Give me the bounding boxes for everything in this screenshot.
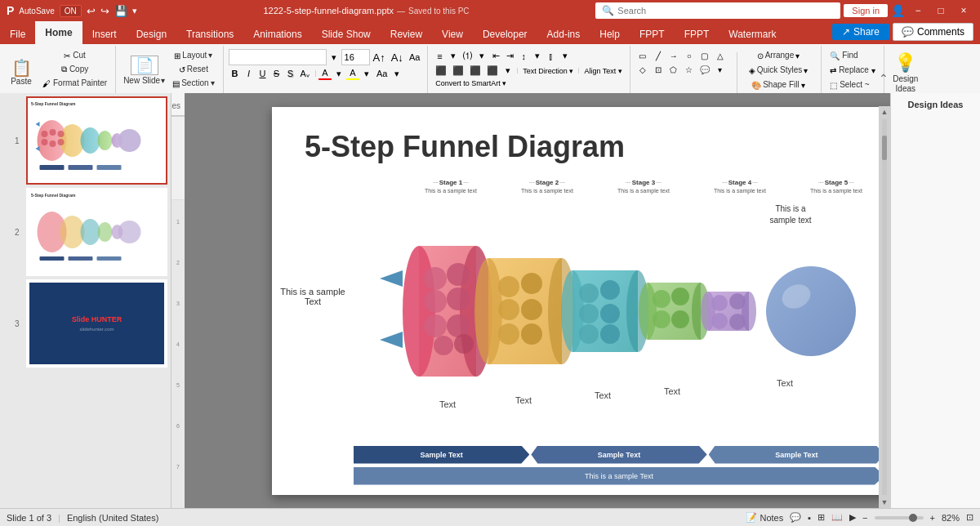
decrease-indent-button[interactable]: ⇤ [489,50,502,62]
replace-dropdown-icon[interactable]: ▾ [871,66,875,75]
search-bar[interactable]: 🔍 [595,2,840,19]
clear-format-icon[interactable]: Aa [407,51,422,63]
notes-button[interactable]: 📝 Notes [746,512,783,523]
scroll-down-button[interactable]: ▼ [880,497,890,508]
convert-smartart-button[interactable]: Convert to SmartArt ▾ [433,78,509,88]
share-button[interactable]: ↗ Share [832,24,889,40]
tab-slideshow[interactable]: Slide Show [312,25,381,44]
diamond-button[interactable]: ◇ [635,63,650,76]
line-spacing-dropdown-icon[interactable]: ▾ [531,50,544,62]
tab-developer[interactable]: Developer [473,25,537,44]
autosave-toggle[interactable]: ON [60,5,82,17]
account-icon[interactable]: 👤 [891,4,905,17]
zoom-level[interactable]: 82% [942,513,960,523]
tab-watermark[interactable]: Watermark [719,25,786,44]
scroll-up-button[interactable]: ▲ [880,106,890,118]
section-dropdown-icon[interactable]: ▾ [211,78,215,88]
font-size-increase-icon[interactable]: A↑ [371,51,388,65]
restore-button[interactable]: □ [931,0,951,21]
slide-thumbnail-1[interactable]: 5-Step Funnel Diagram [26,96,167,185]
bullets-dropdown-icon[interactable]: ▾ [447,50,460,62]
undo-icon[interactable]: ↩ [87,5,96,17]
comments-button[interactable]: 💬 Comments [893,23,973,41]
strikethrough-button[interactable]: S [270,68,283,79]
font-size-input[interactable]: 16 [341,49,370,65]
new-slide-dropdown-icon[interactable]: ▾ [161,76,165,86]
numbered-button[interactable]: ⑴ [461,49,474,63]
line-spacing-button[interactable]: ↕ [517,51,530,62]
close-button[interactable]: × [954,0,973,21]
select-button[interactable]: ⬚ Select ~ [826,78,872,91]
align-right-button[interactable]: ⬛ [467,65,483,77]
arrange-dropdown-icon[interactable]: ▾ [795,51,800,60]
zoom-slider[interactable] [875,516,924,519]
customize-icon[interactable]: ▾ [132,6,137,16]
underline-button[interactable]: U [256,68,270,79]
normal-view-button[interactable]: ▪ [808,513,811,523]
tab-addins[interactable]: Add-ins [537,25,590,44]
star-button[interactable]: ☆ [682,63,697,76]
layout-dropdown-icon[interactable]: ▾ [208,51,212,60]
scroll-thumb[interactable] [882,136,887,160]
tab-view[interactable]: View [432,25,473,44]
line-shape-button[interactable]: ╱ [651,49,666,62]
quick-styles-button[interactable]: ◈ Quick Styles ▾ [741,64,816,77]
font-color-dropdown-icon[interactable]: ▾ [332,68,345,80]
tab-help[interactable]: Help [590,25,630,44]
font-expand-icon[interactable]: ▾ [327,51,341,64]
text-highlight-button[interactable]: A [346,67,359,80]
arrange-button[interactable]: ⊙ Arrange ▾ [741,49,816,62]
font-color-button[interactable]: A [318,67,332,80]
save-icon[interactable]: 💾 [114,5,127,17]
shadow-button[interactable]: S [284,68,297,79]
arrow-shape-button[interactable]: → [666,49,681,62]
align-text-button[interactable]: Align Text ▾ [581,66,624,76]
tab-transitions[interactable]: Transitions [176,25,243,44]
design-ideas-button[interactable]: 💡 Design Ideas [889,49,922,96]
callout-button[interactable]: 💬 [697,63,712,76]
font-name-input[interactable] [229,49,327,65]
search-input[interactable] [617,6,834,16]
new-slide-button[interactable]: 📄 New Slide ▾ [121,49,167,91]
char-spacing-button[interactable]: Aᵥ [298,68,313,80]
tab-file[interactable]: File [0,25,35,44]
zoom-out-button[interactable]: − [862,513,867,523]
minimize-button[interactable]: − [908,0,928,21]
slide-thumbnail-2[interactable]: 5-Step Funnel Diagram [26,188,167,276]
tab-insert[interactable]: Insert [82,25,127,44]
fit-page-button[interactable]: ⊡ [966,512,973,523]
tab-home[interactable]: Home [35,21,82,44]
rect-shape-button[interactable]: ▭ [635,49,650,62]
slide-sorter-button[interactable]: ⊞ [817,512,825,523]
change-case-dropdown-icon[interactable]: ▾ [390,68,403,80]
align-center-button[interactable]: ⬛ [450,65,466,77]
layout-button[interactable]: ⊞ Layout ▾ [169,49,217,62]
italic-button[interactable]: I [243,68,256,79]
bold-button[interactable]: B [229,68,242,79]
tab-review[interactable]: Review [381,25,432,44]
slide-thumbnail-3[interactable]: Slide HUNTER slidehunter.com [26,279,167,368]
more-shapes-button[interactable]: ▾ [713,63,728,76]
quick-styles-dropdown-icon[interactable]: ▾ [804,66,808,75]
reading-view-button[interactable]: 📖 [831,512,843,523]
zoom-in-button[interactable]: + [930,513,935,523]
format-painter-button[interactable]: 🖌 Format Painter [39,77,110,90]
pentagon-button[interactable]: ⬠ [666,63,681,76]
text-highlight-dropdown-icon[interactable]: ▾ [360,68,373,80]
increase-indent-button[interactable]: ⇥ [503,50,516,62]
shape-fill-dropdown-icon[interactable]: ▾ [801,81,805,90]
columns-dropdown-icon[interactable]: ▾ [559,50,572,62]
comments-status-button[interactable]: 💬 [790,512,801,523]
bullets-button[interactable]: ≡ [433,51,446,62]
font-size-decrease-icon[interactable]: A↓ [389,51,406,65]
change-case-button[interactable]: Aa [374,68,390,79]
shape-fill-button[interactable]: 🎨 Shape Fill ▾ [741,78,816,91]
rounded-rect-button[interactable]: ▢ [697,49,712,62]
tab-fppt2[interactable]: FPPT [675,25,719,44]
triangle-button[interactable]: △ [713,49,728,62]
reset-button[interactable]: ↺ Reset [169,63,217,76]
text-direction-button[interactable]: Text Direction ▾ [520,66,576,76]
signin-button[interactable]: Sign in [844,4,888,17]
zoom-thumb[interactable] [909,514,917,522]
circle-shape-button[interactable]: ○ [682,49,697,62]
